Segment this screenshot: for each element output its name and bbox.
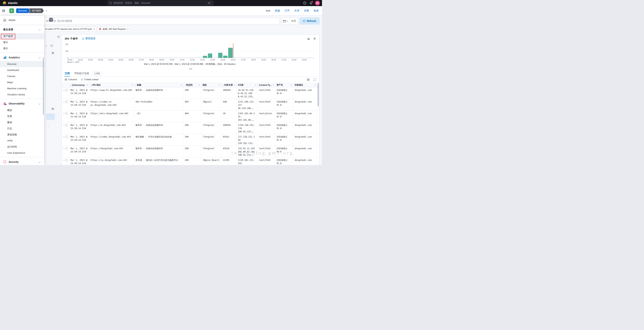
logo-group[interactable]: elastic: [0, 1, 18, 5]
column-header-length[interactable]: ↓内容长度▼: [222, 83, 236, 87]
expand-row-icon[interactable]: ↗: [63, 100, 64, 103]
sidebar-section-Security: Security: [0, 158, 44, 165]
action-new-button[interactable]: 新建: [275, 9, 280, 12]
fullscreen-icon[interactable]: [313, 78, 316, 81]
column-header-fingerprint[interactable]: 指纹▼: [201, 83, 222, 87]
cell-content_type: text/html: [258, 157, 275, 165]
expand-row-icon[interactable]: ↗: [63, 112, 64, 114]
row-checkbox[interactable]: [66, 136, 68, 138]
close-icon[interactable]: ×: [49, 18, 53, 22]
home-icon: [3, 18, 6, 22]
filter-pill-not-400[interactable]: 非 标题: 400 Bad Request ×: [97, 26, 131, 31]
breadcrumb-discover[interactable]: Discover: [16, 8, 30, 13]
selected-field-highlight: [46, 113, 55, 120]
sidebar-item-资产梳理[interactable]: 资产梳理: [0, 33, 44, 39]
chart-resize-handle[interactable]: [189, 68, 192, 69]
sidebar-item-日志[interactable]: 日志: [0, 125, 44, 132]
row-checkbox[interactable]: [66, 112, 68, 115]
column-header-url[interactable]: ↓URL地址▼: [89, 83, 134, 87]
sort-fields-button[interactable]: 5 fields sorted: [81, 78, 98, 81]
sidebar-item-Visualize Library[interactable]: Visualize Library: [0, 92, 44, 98]
sidebar-section-header-Security[interactable]: Security: [0, 158, 44, 165]
date-picker[interactable]: 今日: [282, 17, 298, 24]
calendar-icon[interactable]: [282, 18, 289, 24]
column-header-content_type[interactable]: Content-Ty...▼: [258, 83, 275, 87]
column-header-a_records[interactable]: A记录▼: [236, 83, 258, 87]
columns-button[interactable]: Columns: [65, 78, 77, 81]
sidebar-item-展示[interactable]: 展示: [0, 45, 44, 51]
global-search-input[interactable]: 查找应用、内容等。例如：Discover ⌘/: [108, 1, 214, 5]
x-axis-label: 21:00: [280, 59, 288, 61]
sidebar-item-Canvas[interactable]: Canvas: [0, 73, 44, 79]
tab-field-statistics[interactable]: 字段统计信息: [74, 70, 89, 76]
sidebar-sections: 最近查看资产梳理展示展示AnalyticsDiscoverDashboardCa…: [0, 25, 44, 165]
sidebar-section-header-Analytics[interactable]: Analytics: [0, 54, 44, 61]
notifications-bell-icon[interactable]: [309, 1, 313, 5]
collapse-fields-panel-icon[interactable]: [57, 35, 60, 39]
sidebar-section-header-最近查看[interactable]: 最近查看: [0, 26, 44, 33]
expand-row-icon[interactable]: ↗: [63, 136, 64, 138]
column-label: 目标域名: [294, 83, 303, 86]
sidebar-section-header-Observability[interactable]: Observability: [0, 100, 44, 107]
sidebar-item-home[interactable]: Home: [0, 16, 44, 24]
row-checkbox[interactable]: [66, 147, 68, 150]
refresh-button[interactable]: Refresh: [300, 17, 320, 24]
column-header-title[interactable]: ↑标题▼: [134, 83, 183, 87]
cell-status: 200: [183, 146, 201, 157]
sidebar-item-Discover[interactable]: Discover: [0, 61, 44, 67]
column-header-domain[interactable]: 目标域名▼: [293, 83, 317, 87]
chevron-down-icon[interactable]: [46, 45, 47, 46]
sidebar-item-Maps[interactable]: Maps: [0, 79, 44, 85]
glasses-icon[interactable]: [266, 9, 270, 12]
cell-url: https://mcs.dongchedi.com:443: [89, 111, 134, 122]
row-checkbox[interactable]: [66, 159, 68, 161]
breadcrumb-saved-search[interactable]: 资产梳理: [29, 8, 44, 13]
sidebar-item-告警[interactable]: 告警: [0, 113, 44, 119]
close-icon[interactable]: ×: [94, 28, 95, 30]
tab-documents[interactable]: 文档: [65, 70, 70, 76]
column-header-timestamp[interactable]: ↓@timestamp▼: [69, 83, 89, 87]
sidebar-item-运行时间[interactable]: 运行时间: [0, 144, 44, 150]
sidebar-scrollbar[interactable]: [43, 57, 44, 115]
menu-icon[interactable]: [0, 6, 7, 15]
kql-search-input[interactable]: 使用 KQL 语法筛选数据: [43, 17, 280, 24]
row-controls: ↗: [62, 122, 69, 134]
action-share-button[interactable]: 共享: [294, 9, 299, 12]
date-quick-label[interactable]: 今日: [289, 19, 298, 23]
row-checkbox[interactable]: [66, 89, 68, 91]
sidebar-item-User Experience[interactable]: User Experience: [0, 150, 44, 156]
expand-row-icon[interactable]: ↗: [63, 159, 64, 161]
row-controls: ↗: [62, 157, 69, 165]
expand-row-icon[interactable]: ↗: [63, 89, 64, 91]
sidebar-item-Machine Learning[interactable]: Machine Learning: [0, 85, 44, 92]
action-alerts-button[interactable]: 告警: [304, 9, 309, 12]
space-badge[interactable]: D: [9, 8, 14, 13]
column-header-asset[interactable]: 资产名▼: [275, 83, 293, 87]
x-axis-label: 10:00: [168, 59, 176, 61]
expand-row-icon[interactable]: ↗: [63, 124, 64, 126]
expand-row-icon[interactable]: ↗: [63, 147, 64, 149]
sidebar-item-基础设施[interactable]: 基础设施: [0, 132, 44, 138]
sidebar-item-案例[interactable]: 案例: [0, 119, 44, 125]
column-header-status[interactable]: ↑状态码▼: [183, 83, 201, 87]
sidebar-item-APM[interactable]: APM: [0, 138, 44, 144]
vertical-scrollbar[interactable]: [318, 83, 319, 106]
filter-pill-https-port[interactable]: he plain HTTP request was sent to HTTPS …: [43, 26, 97, 31]
help-icon[interactable]: ?: [303, 1, 306, 5]
sidebar-item-概览[interactable]: 概览: [0, 107, 44, 113]
sidebar-item-Dashboard[interactable]: Dashboard: [0, 67, 44, 73]
avatar[interactable]: DT: [315, 1, 320, 5]
display-density-icon[interactable]: [306, 78, 310, 81]
x-axis-label: 02:00: [86, 59, 95, 61]
action-inspect-button[interactable]: 检查: [314, 9, 319, 12]
close-icon[interactable]: ×: [127, 28, 129, 30]
cell-asset: 抖音有限公司-8: [275, 87, 293, 99]
row-checkbox[interactable]: [66, 100, 68, 103]
row-checkbox[interactable]: [66, 124, 68, 126]
cell-length: 93431: [222, 134, 236, 145]
action-open-button[interactable]: 打开: [284, 9, 290, 12]
column-label: 指纹: [202, 83, 207, 86]
sidebar-item-展示[interactable]: 展示: [0, 39, 44, 45]
cell-domain: dongchedi.com: [293, 87, 317, 99]
info-icon[interactable]: [50, 44, 53, 48]
